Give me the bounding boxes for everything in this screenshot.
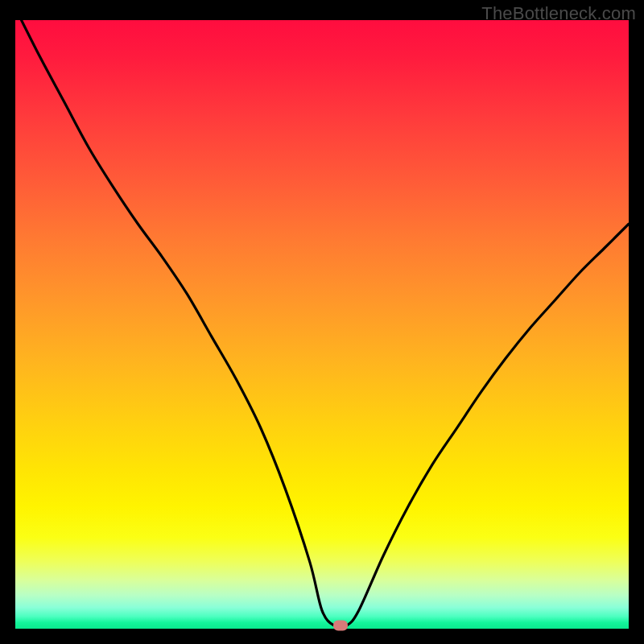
chart-frame: TheBottleneck.com <box>0 0 644 644</box>
bottleneck-curve <box>15 20 629 629</box>
plot-area <box>15 20 629 629</box>
optimal-point-marker <box>333 621 348 631</box>
watermark-text: TheBottleneck.com <box>481 3 636 24</box>
